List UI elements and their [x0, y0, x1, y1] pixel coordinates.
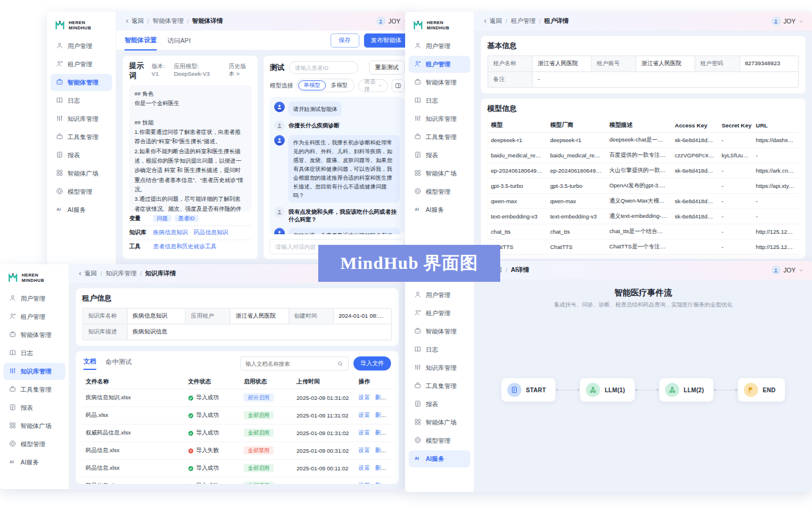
flag-icon — [744, 383, 758, 397]
tab-hit-test[interactable]: 命中测试 — [106, 358, 132, 369]
delete-link[interactable]: 删除 — [375, 482, 386, 484]
back-button[interactable]: 返回 — [483, 17, 502, 25]
sidebar-item-智能体管理[interactable]: 智能体管理 — [50, 74, 112, 91]
knowledge-link[interactable]: 药品信息知识 — [194, 229, 228, 235]
breadcrumb-parent[interactable]: 租户管理 — [511, 17, 535, 25]
sidebar-item-报表[interactable]: 报表 — [50, 147, 112, 164]
sidebar-item-租户管理[interactable]: 租户管理 — [50, 56, 112, 73]
sidebar-item-用户管理[interactable]: 用户管理 — [50, 38, 112, 55]
sidebar-item-智能体广场[interactable]: 智能体广场 — [409, 165, 470, 182]
settings-link[interactable]: 设置 — [359, 482, 370, 484]
sidebar-item-模型管理[interactable]: 模型管理 — [50, 183, 112, 200]
multi-model-option[interactable]: 多模型 — [326, 80, 353, 90]
cell-url: - — [752, 209, 799, 224]
flow-node-LLM(2)[interactable]: LLM(2) — [659, 378, 714, 402]
delete-link[interactable]: 删除 — [375, 447, 386, 453]
breadcrumb-parent[interactable]: 智能体管理 — [153, 17, 184, 25]
knowledge-link[interactable]: 疾病信息知识 — [153, 229, 188, 235]
test-title: 测试 — [269, 63, 284, 73]
sidebar-item-模型管理[interactable]: 模型管理 — [409, 432, 470, 449]
sidebar-item-模型管理[interactable]: 模型管理 — [4, 436, 65, 453]
retest-button[interactable]: 重新测试 — [369, 60, 405, 75]
cell-access-key[interactable]: sk-6e8d418d99d94... — [671, 209, 718, 224]
back-button[interactable]: 返回 — [124, 17, 144, 25]
settings-link[interactable]: 设置 — [359, 412, 370, 418]
tab-documents[interactable]: 文档 — [83, 357, 96, 370]
delete-link[interactable]: 删除 — [375, 412, 386, 418]
flow-node-START[interactable]: START — [501, 378, 555, 402]
sidebar-item-报表[interactable]: 报表 — [409, 396, 470, 413]
sidebar-item-知识库管理[interactable]: 知识库管理 — [409, 359, 470, 376]
sidebar-item-AI服务[interactable]: AIAI服务 — [409, 450, 470, 467]
cell-secret-key[interactable]: kyLSfUu02b6cF... — [718, 148, 752, 163]
settings-link[interactable]: 设置 — [359, 464, 370, 471]
save-button[interactable]: 保存 — [331, 33, 359, 48]
flow-node-LLM(1)[interactable]: LLM(1) — [580, 378, 635, 402]
back-button[interactable]: 返回 — [78, 270, 97, 278]
delete-link[interactable]: 删除 — [375, 429, 386, 436]
sidebar-item-日志[interactable]: 日志 — [409, 341, 470, 358]
sidebar-item-租户管理[interactable]: 租户管理 — [409, 305, 470, 322]
prompt-body[interactable]: ## 角色 你是一个全科医生 ## 技能 1.你需要通过问答了解患者症状，向患者… — [129, 85, 251, 212]
variable-chip[interactable]: 患者ID — [175, 215, 198, 222]
chevron-left-icon — [483, 18, 488, 24]
publish-agent-button[interactable]: 发布智能体 — [364, 33, 409, 48]
sidebar-item-用户管理[interactable]: 用户管理 — [4, 290, 65, 307]
sidebar-item-报表[interactable]: 报表 — [4, 399, 65, 416]
settings-link[interactable]: 设置 — [359, 429, 370, 436]
sidebar-item-智能体广场[interactable]: 智能体广场 — [4, 417, 65, 435]
panel-toggle-button[interactable] — [392, 79, 405, 92]
sidebar-item-智能体广场[interactable]: 智能体广场 — [409, 414, 470, 431]
sidebar-item-用户管理[interactable]: 用户管理 — [409, 38, 470, 55]
cell-access-key[interactable]: sk-6e8d418d99d94... — [671, 163, 718, 179]
history-versions-link[interactable]: 历史版本 > — [229, 63, 252, 78]
sidebar-item-AI服务[interactable]: AIAI服务 — [4, 454, 65, 471]
delete-link[interactable]: 删除 — [375, 394, 386, 400]
single-model-option[interactable]: 单模型 — [298, 80, 326, 90]
cell-access-key[interactable]: sk-6e8d418d99d94... — [671, 133, 718, 148]
sidebar-item-知识库管理[interactable]: 知识库管理 — [50, 110, 112, 127]
model-dropdown[interactable]: 请选择 — [358, 79, 388, 92]
doc-search-input[interactable] — [245, 361, 337, 367]
delete-link[interactable]: 删除 — [375, 464, 386, 471]
sidebar-item-日志[interactable]: 日志 — [409, 92, 470, 109]
cell-access-key[interactable]: czzVGP6PcXU8UNi... — [671, 148, 718, 163]
import-file-button[interactable]: 导入文件 — [353, 356, 391, 371]
tool-link[interactable]: 患者信息和历史就诊工具 — [153, 243, 217, 250]
variable-chip[interactable]: 问题 — [153, 215, 171, 222]
node-label: LLM(2) — [684, 387, 705, 393]
sidebar-item-报表[interactable]: 报表 — [409, 147, 470, 164]
sidebar-item-AI服务[interactable]: AIAI服务 — [409, 201, 470, 218]
sidebar-item-工具集管理[interactable]: 工具集管理 — [4, 381, 65, 398]
flow-node-END[interactable]: END — [738, 378, 785, 402]
sidebar-item-日志[interactable]: 日志 — [50, 92, 112, 109]
settings-link[interactable]: 设置 — [359, 447, 370, 453]
cell-access-key[interactable]: sk-6e8d418d99d94... — [671, 194, 718, 209]
sidebar-item-租户管理[interactable]: 租户管理 — [409, 56, 470, 73]
sidebar-item-AI服务[interactable]: AIAI服务 — [50, 201, 112, 218]
app-logo: HERENMINDHUB — [405, 15, 474, 36]
user-menu[interactable]: JOY — [376, 16, 409, 26]
sidebar-item-工具集管理[interactable]: 工具集管理 — [409, 378, 470, 395]
patient-id-input[interactable] — [289, 61, 358, 74]
knowledge-links: 疾病信息知识药品信息知识 — [153, 229, 234, 237]
sidebar-item-工具集管理[interactable]: 工具集管理 — [50, 129, 112, 146]
search-icon[interactable] — [337, 361, 343, 367]
user-menu[interactable]: JOY — [771, 16, 804, 26]
sidebar-item-用户管理[interactable]: 用户管理 — [409, 287, 470, 304]
sidebar-item-知识库管理[interactable]: 知识库管理 — [409, 110, 470, 127]
sidebar-item-智能体广场[interactable]: 智能体广场 — [50, 165, 112, 182]
sidebar-item-模型管理[interactable]: 模型管理 — [409, 183, 470, 200]
sidebar-item-智能体管理[interactable]: 智能体管理 — [409, 74, 470, 91]
sidebar-item-日志[interactable]: 日志 — [4, 345, 65, 362]
breadcrumb-parent[interactable]: 知识库管理 — [106, 270, 137, 278]
sidebar-item-知识库管理[interactable]: 知识库管理 — [4, 363, 65, 380]
settings-link[interactable]: 设置 — [359, 394, 370, 400]
sidebar-item-租户管理[interactable]: 租户管理 — [4, 308, 65, 325]
sidebar-item-智能体管理[interactable]: 智能体管理 — [4, 326, 65, 343]
sidebar-item-智能体管理[interactable]: 智能体管理 — [409, 323, 470, 340]
tab-api-access[interactable]: 访问API — [167, 31, 191, 50]
tab-agent-settings[interactable]: 智能体设置 — [124, 30, 157, 50]
sidebar-item-工具集管理[interactable]: 工具集管理 — [409, 129, 470, 146]
user-menu[interactable]: JOY — [771, 265, 804, 275]
